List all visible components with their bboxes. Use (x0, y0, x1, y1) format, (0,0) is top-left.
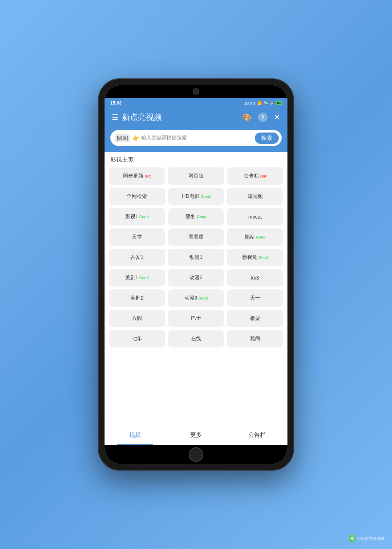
grid-label: 黑豹 (185, 214, 196, 220)
grid-label: 看看屋 (188, 234, 204, 240)
grid-label: 美剧1 (125, 274, 138, 281)
grid-label: 在线 (191, 336, 201, 342)
grid-badge: Good (197, 215, 206, 219)
search-placeholder[interactable]: 👉 输入关键词快捷搜索 (132, 135, 255, 142)
grid-label: 公告栏 (244, 173, 259, 179)
grid-badge: Hot (144, 174, 151, 178)
battery-badge: 83 (276, 101, 282, 105)
grid-item-20[interactable]: 天一 (227, 289, 283, 307)
grid-item-17[interactable]: kk3 (227, 269, 283, 286)
nav-label: 更多 (190, 431, 202, 439)
watermark: 💬 手机软件资源局 (349, 535, 385, 542)
grid-item-18[interactable]: 美剧2 (109, 289, 165, 307)
grid-badge: Good (198, 296, 208, 300)
grid-label: 七年 (132, 336, 142, 342)
grid-label: 方圆 (132, 315, 142, 322)
phone-bottom (105, 445, 287, 464)
close-icon[interactable]: ✕ (274, 113, 280, 122)
grid-label: 同步更新 (123, 173, 143, 179)
nav-label: 公告栏 (248, 431, 266, 439)
grid-label: 吾爱1 (130, 254, 143, 261)
grid-label: 板栗 (250, 315, 260, 322)
phone-screen: 15:03 208K/s 📶 📡 ⚡ 83 ☰ 新点亮视频 🎨 ? ✕ (105, 85, 287, 464)
grid-label: HD电影 (182, 193, 199, 200)
nav-item-2[interactable]: 公告栏 (226, 425, 287, 445)
wifi-icon: 📡 (264, 101, 268, 105)
section-title: 影视主页 (109, 152, 283, 167)
grid-item-22[interactable]: 巴士 (168, 310, 224, 327)
bottom-nav: 视频更多公告栏 (105, 425, 287, 445)
signal-icon: 📶 (257, 101, 262, 105)
grid-item-3[interactable]: 全网检索 (109, 188, 165, 205)
grid-badge: Good (256, 235, 265, 239)
grid-label: 动漫1 (189, 254, 203, 261)
grid-label: 天一 (250, 295, 260, 301)
home-button[interactable] (189, 447, 203, 462)
grid-item-8[interactable]: mvcat (227, 208, 283, 225)
grid-label: 美剧2 (130, 295, 143, 301)
grid-item-4[interactable]: HD电影Good (168, 188, 224, 205)
grid-label: 网页版 (188, 173, 204, 179)
grid-item-2[interactable]: 公告栏Hot (227, 167, 283, 185)
search-placeholder-text: 输入关键词快捷搜索 (141, 135, 187, 141)
grid-badge: Good (201, 195, 210, 199)
grid-item-0[interactable]: 同步更新Hot (109, 167, 165, 185)
status-right: 208K/s 📶 📡 ⚡ 83 (244, 101, 282, 105)
search-bar: [线路] 👉 输入关键词快捷搜索 搜索 (110, 130, 282, 146)
camera (193, 88, 199, 95)
wechat-icon: 💬 (349, 535, 355, 542)
grid-item-21[interactable]: 方圆 (109, 310, 165, 327)
grid-item-16[interactable]: 动漫2 (168, 269, 224, 286)
grid-item-12[interactable]: 吾爱1 (109, 249, 165, 266)
watermark-text: 手机软件资源局 (357, 536, 385, 541)
grid-badge: Good (139, 215, 149, 219)
grid-item-10[interactable]: 看看屋 (168, 228, 224, 246)
grid-item-7[interactable]: 黑豹Good (168, 208, 224, 225)
grid-item-23[interactable]: 板栗 (227, 310, 283, 327)
help-icon[interactable]: ? (258, 113, 268, 122)
grid-item-26[interactable]: 雅阁 (227, 330, 283, 347)
grid-badge: Hot (260, 174, 266, 178)
grid-label: 全网检索 (127, 193, 147, 200)
grid-item-6[interactable]: 影视1Good (109, 208, 165, 225)
grid-label: 天堂 (132, 234, 142, 240)
grid-label: 雅阁 (250, 336, 260, 342)
grid-badge: Good (258, 256, 268, 260)
search-tag: [线路] (115, 134, 130, 142)
grid-item-15[interactable]: 美剧1Good (109, 269, 165, 286)
app-header: ☰ 新点亮视频 🎨 ? ✕ (105, 108, 287, 126)
charging-icon: ⚡ (270, 101, 274, 105)
grid-item-24[interactable]: 七年 (109, 330, 165, 347)
search-button[interactable]: 搜索 (255, 133, 279, 144)
grid-item-5[interactable]: 短视频 (227, 188, 283, 205)
status-bar: 15:03 208K/s 📶 📡 ⚡ 83 (105, 98, 287, 108)
content-grid: 同步更新Hot网页版公告栏Hot全网检索HD电影Good短视频影视1Good黑豹… (109, 167, 283, 347)
header-left: ☰ 新点亮视频 (112, 112, 162, 123)
menu-icon[interactable]: ☰ (112, 113, 118, 122)
grid-label: 动漫2 (189, 274, 203, 281)
grid-badge: Good (139, 276, 149, 280)
grid-label: kk3 (251, 275, 259, 281)
nav-item-0[interactable]: 视频 (105, 425, 166, 445)
phone-top-bar (105, 85, 287, 98)
network-speed: 208K/s (244, 101, 256, 105)
search-emoji: 👉 (132, 135, 140, 142)
nav-item-1[interactable]: 更多 (166, 425, 226, 445)
grid-item-14[interactable]: 新视觉Good (227, 249, 283, 266)
phone-device: 15:03 208K/s 📶 📡 ⚡ 83 ☰ 新点亮视频 🎨 ? ✕ (98, 78, 294, 471)
grid-label: 新视觉 (242, 254, 257, 261)
grid-item-19[interactable]: 动漫3Good (168, 289, 224, 307)
grid-label: 短视频 (248, 193, 263, 200)
grid-item-11[interactable]: 肥站Good (227, 228, 283, 246)
palette-icon[interactable]: 🎨 (242, 113, 252, 122)
grid-label: 动漫3 (184, 295, 197, 301)
grid-item-25[interactable]: 在线 (168, 330, 224, 347)
status-time: 15:03 (110, 101, 122, 106)
search-area: [线路] 👉 输入关键词快捷搜索 搜索 (105, 126, 287, 152)
header-right: 🎨 ? ✕ (242, 113, 280, 122)
main-content: 影视主页 同步更新Hot网页版公告栏Hot全网检索HD电影Good短视频影视1G… (105, 152, 287, 425)
grid-label: 巴士 (191, 315, 201, 322)
grid-item-1[interactable]: 网页版 (168, 167, 224, 185)
grid-item-9[interactable]: 天堂 (109, 228, 165, 246)
grid-item-13[interactable]: 动漫1 (168, 249, 224, 266)
